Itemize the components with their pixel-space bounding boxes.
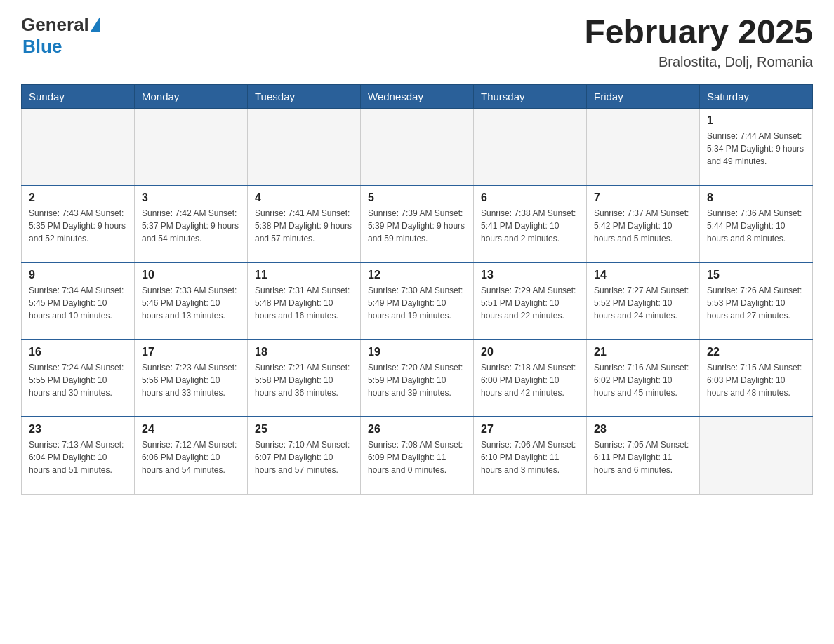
calendar-cell <box>474 108 587 185</box>
calendar-cell: 22Sunrise: 7:15 AM Sunset: 6:03 PM Dayli… <box>700 340 813 417</box>
day-info: Sunrise: 7:27 AM Sunset: 5:52 PM Dayligh… <box>594 284 692 322</box>
calendar-cell: 20Sunrise: 7:18 AM Sunset: 6:00 PM Dayli… <box>474 340 587 417</box>
day-of-week-header: Wednesday <box>361 84 474 108</box>
day-info: Sunrise: 7:16 AM Sunset: 6:02 PM Dayligh… <box>594 361 692 399</box>
day-number: 24 <box>142 423 240 436</box>
day-number: 18 <box>255 346 353 358</box>
calendar-subtitle: Bralostita, Dolj, Romania <box>584 54 813 70</box>
day-number: 21 <box>594 346 692 358</box>
calendar-cell: 28Sunrise: 7:05 AM Sunset: 6:11 PM Dayli… <box>587 417 700 494</box>
day-info: Sunrise: 7:26 AM Sunset: 5:53 PM Dayligh… <box>707 284 805 322</box>
calendar-cell: 6Sunrise: 7:38 AM Sunset: 5:41 PM Daylig… <box>474 185 587 262</box>
day-number: 11 <box>255 269 353 281</box>
day-of-week-header: Tuesday <box>248 84 361 108</box>
day-number: 15 <box>707 269 805 281</box>
calendar-cell: 15Sunrise: 7:26 AM Sunset: 5:53 PM Dayli… <box>700 262 813 340</box>
day-info: Sunrise: 7:44 AM Sunset: 5:34 PM Dayligh… <box>707 130 805 168</box>
calendar-title: February 2025 <box>584 14 813 51</box>
calendar-week-row: 23Sunrise: 7:13 AM Sunset: 6:04 PM Dayli… <box>22 417 813 494</box>
day-number: 28 <box>594 423 692 436</box>
calendar-cell: 5Sunrise: 7:39 AM Sunset: 5:39 PM Daylig… <box>361 185 474 262</box>
day-number: 6 <box>481 192 579 204</box>
calendar-cell: 7Sunrise: 7:37 AM Sunset: 5:42 PM Daylig… <box>587 185 700 262</box>
day-info: Sunrise: 7:05 AM Sunset: 6:11 PM Dayligh… <box>594 438 692 476</box>
day-of-week-header: Monday <box>135 84 248 108</box>
calendar-cell: 27Sunrise: 7:06 AM Sunset: 6:10 PM Dayli… <box>474 417 587 494</box>
day-info: Sunrise: 7:31 AM Sunset: 5:48 PM Dayligh… <box>255 284 353 322</box>
day-info: Sunrise: 7:12 AM Sunset: 6:06 PM Dayligh… <box>142 438 240 476</box>
calendar-cell <box>700 417 813 494</box>
day-number: 20 <box>481 346 579 358</box>
logo: General Blue <box>21 14 100 58</box>
calendar-cell: 8Sunrise: 7:36 AM Sunset: 5:44 PM Daylig… <box>700 185 813 262</box>
day-info: Sunrise: 7:43 AM Sunset: 5:35 PM Dayligh… <box>29 207 127 245</box>
calendar-cell: 24Sunrise: 7:12 AM Sunset: 6:06 PM Dayli… <box>135 417 248 494</box>
logo-triangle-icon <box>91 16 100 32</box>
day-number: 3 <box>142 192 240 204</box>
calendar-table: SundayMondayTuesdayWednesdayThursdayFrid… <box>21 84 813 495</box>
day-number: 13 <box>481 269 579 281</box>
day-of-week-header: Friday <box>587 84 700 108</box>
day-info: Sunrise: 7:08 AM Sunset: 6:09 PM Dayligh… <box>368 438 466 476</box>
day-info: Sunrise: 7:20 AM Sunset: 5:59 PM Dayligh… <box>368 361 466 399</box>
page-header: General Blue February 2025 Bralostita, D… <box>21 14 813 70</box>
day-info: Sunrise: 7:18 AM Sunset: 6:00 PM Dayligh… <box>481 361 579 399</box>
day-number: 8 <box>707 192 805 204</box>
logo-general-text: General <box>21 14 89 36</box>
calendar-week-row: 2Sunrise: 7:43 AM Sunset: 5:35 PM Daylig… <box>22 185 813 262</box>
day-number: 10 <box>142 269 240 281</box>
calendar-cell <box>587 108 700 185</box>
day-number: 9 <box>29 269 127 281</box>
title-block: February 2025 Bralostita, Dolj, Romania <box>584 14 813 70</box>
day-info: Sunrise: 7:23 AM Sunset: 5:56 PM Dayligh… <box>142 361 240 399</box>
day-info: Sunrise: 7:10 AM Sunset: 6:07 PM Dayligh… <box>255 438 353 476</box>
day-number: 5 <box>368 192 466 204</box>
calendar-cell: 25Sunrise: 7:10 AM Sunset: 6:07 PM Dayli… <box>248 417 361 494</box>
day-number: 17 <box>142 346 240 358</box>
calendar-week-row: 1Sunrise: 7:44 AM Sunset: 5:34 PM Daylig… <box>22 108 813 185</box>
day-info: Sunrise: 7:38 AM Sunset: 5:41 PM Dayligh… <box>481 207 579 245</box>
day-number: 26 <box>368 423 466 436</box>
day-number: 25 <box>255 423 353 436</box>
calendar-cell: 10Sunrise: 7:33 AM Sunset: 5:46 PM Dayli… <box>135 262 248 340</box>
day-number: 16 <box>29 346 127 358</box>
day-number: 22 <box>707 346 805 358</box>
calendar-cell: 23Sunrise: 7:13 AM Sunset: 6:04 PM Dayli… <box>22 417 135 494</box>
calendar-cell <box>22 108 135 185</box>
day-of-week-header: Saturday <box>700 84 813 108</box>
calendar-cell: 13Sunrise: 7:29 AM Sunset: 5:51 PM Dayli… <box>474 262 587 340</box>
calendar-cell: 3Sunrise: 7:42 AM Sunset: 5:37 PM Daylig… <box>135 185 248 262</box>
day-number: 1 <box>707 114 805 127</box>
calendar-cell <box>361 108 474 185</box>
day-info: Sunrise: 7:41 AM Sunset: 5:38 PM Dayligh… <box>255 207 353 245</box>
calendar-cell: 9Sunrise: 7:34 AM Sunset: 5:45 PM Daylig… <box>22 262 135 340</box>
calendar-cell: 17Sunrise: 7:23 AM Sunset: 5:56 PM Dayli… <box>135 340 248 417</box>
day-info: Sunrise: 7:30 AM Sunset: 5:49 PM Dayligh… <box>368 284 466 322</box>
calendar-cell: 2Sunrise: 7:43 AM Sunset: 5:35 PM Daylig… <box>22 185 135 262</box>
day-info: Sunrise: 7:36 AM Sunset: 5:44 PM Dayligh… <box>707 207 805 245</box>
calendar-cell: 11Sunrise: 7:31 AM Sunset: 5:48 PM Dayli… <box>248 262 361 340</box>
day-info: Sunrise: 7:37 AM Sunset: 5:42 PM Dayligh… <box>594 207 692 245</box>
day-number: 4 <box>255 192 353 204</box>
day-info: Sunrise: 7:42 AM Sunset: 5:37 PM Dayligh… <box>142 207 240 245</box>
day-info: Sunrise: 7:33 AM Sunset: 5:46 PM Dayligh… <box>142 284 240 322</box>
calendar-cell: 18Sunrise: 7:21 AM Sunset: 5:58 PM Dayli… <box>248 340 361 417</box>
day-number: 19 <box>368 346 466 358</box>
calendar-cell: 4Sunrise: 7:41 AM Sunset: 5:38 PM Daylig… <box>248 185 361 262</box>
calendar-cell: 12Sunrise: 7:30 AM Sunset: 5:49 PM Dayli… <box>361 262 474 340</box>
day-info: Sunrise: 7:24 AM Sunset: 5:55 PM Dayligh… <box>29 361 127 399</box>
day-number: 2 <box>29 192 127 204</box>
calendar-cell: 1Sunrise: 7:44 AM Sunset: 5:34 PM Daylig… <box>700 108 813 185</box>
calendar-cell: 26Sunrise: 7:08 AM Sunset: 6:09 PM Dayli… <box>361 417 474 494</box>
day-number: 12 <box>368 269 466 281</box>
day-of-week-header: Thursday <box>474 84 587 108</box>
calendar-week-row: 16Sunrise: 7:24 AM Sunset: 5:55 PM Dayli… <box>22 340 813 417</box>
day-number: 14 <box>594 269 692 281</box>
calendar-week-row: 9Sunrise: 7:34 AM Sunset: 5:45 PM Daylig… <box>22 262 813 340</box>
calendar-cell: 14Sunrise: 7:27 AM Sunset: 5:52 PM Dayli… <box>587 262 700 340</box>
day-info: Sunrise: 7:21 AM Sunset: 5:58 PM Dayligh… <box>255 361 353 399</box>
calendar-cell <box>248 108 361 185</box>
day-number: 27 <box>481 423 579 436</box>
day-number: 23 <box>29 423 127 436</box>
calendar-cell: 16Sunrise: 7:24 AM Sunset: 5:55 PM Dayli… <box>22 340 135 417</box>
